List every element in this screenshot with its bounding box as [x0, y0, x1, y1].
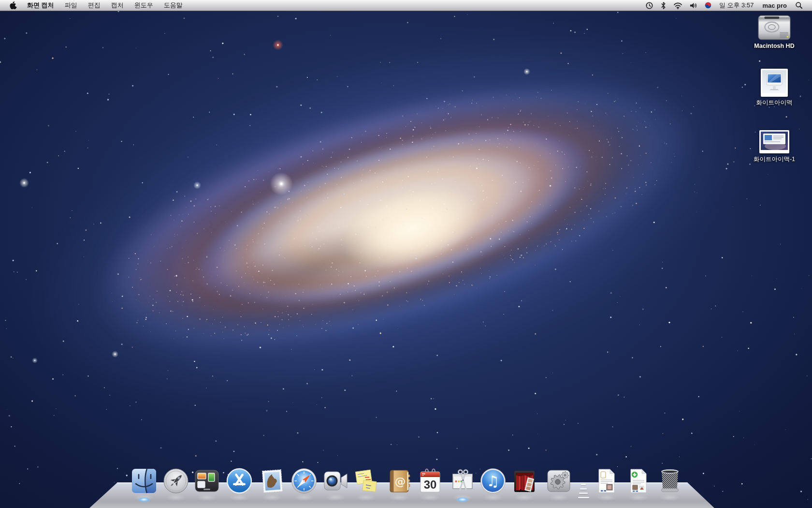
user-menu[interactable]: mac pro — [757, 2, 792, 9]
menu-file[interactable]: 파일 — [59, 0, 83, 11]
dock-item-address-book[interactable]: @ — [386, 468, 412, 494]
dock-item-mission-control[interactable] — [194, 468, 220, 494]
hard-drive-icon — [757, 15, 791, 41]
dock-item-system-preferences[interactable] — [546, 468, 572, 494]
dock-item-facetime[interactable] — [322, 468, 348, 494]
korean-flag-icon[interactable] — [701, 0, 715, 11]
desktop-icon-column: Macintosh HD화이트아이맥화이트아이맥-1 — [745, 15, 803, 187]
image-thumbnail-icon — [761, 69, 788, 97]
dock-item-ical[interactable]: 30 — [417, 468, 443, 494]
dock-item-document-1[interactable] — [594, 468, 620, 494]
svg-text:@: @ — [395, 475, 406, 488]
desktop: 화면 캡처 파일편집캡처윈도우도움말 일 오후 3:57 mac pro Mac… — [0, 0, 812, 508]
spotlight-search-icon[interactable] — [792, 0, 806, 11]
dock-separator — [576, 484, 591, 498]
desktop-icon-label: Macintosh HD — [754, 43, 794, 49]
dock-item-photo-booth[interactable] — [511, 468, 537, 494]
dock-item-app-store[interactable] — [226, 468, 252, 494]
svg-text:30: 30 — [424, 478, 437, 491]
apple-menu-icon[interactable] — [7, 1, 22, 10]
desktop-icon-macintosh-hd[interactable]: Macintosh HD — [754, 15, 794, 49]
desktop-icon-label: 화이트아이맥 — [756, 99, 793, 107]
dock-item-itunes[interactable]: ♫ — [480, 468, 506, 494]
volume-icon[interactable] — [686, 0, 701, 11]
dock-item-trash[interactable] — [657, 468, 683, 494]
wifi-icon[interactable] — [670, 0, 686, 11]
menu-edit[interactable]: 편집 — [83, 0, 106, 11]
menu-window[interactable]: 윈도우 — [129, 0, 159, 11]
dock-item-stickies[interactable] — [353, 468, 379, 494]
desktop-icon-white-imac-1[interactable]: 화이트아이맥-1 — [754, 130, 795, 164]
time-machine-icon[interactable] — [642, 0, 657, 11]
dock: @30♫ — [0, 0, 812, 508]
desktop-icon-label: 화이트아이맥-1 — [754, 155, 795, 164]
app-menu-title[interactable]: 화면 캡처 — [22, 1, 59, 10]
dock-item-finder[interactable] — [131, 468, 157, 494]
dock-item-safari[interactable] — [291, 468, 317, 494]
screenshot-thumbnail-icon — [759, 130, 789, 153]
dock-item-document-2[interactable] — [625, 468, 652, 494]
menu-bar: 화면 캡처 파일편집캡처윈도우도움말 일 오후 3:57 mac pro — [0, 0, 812, 11]
menu-clock[interactable]: 일 오후 3:57 — [715, 1, 758, 10]
menu-capture[interactable]: 캡처 — [106, 0, 129, 11]
desktop-icon-white-imac[interactable]: 화이트아이맥 — [756, 69, 793, 107]
bluetooth-icon[interactable] — [657, 0, 670, 11]
svg-text:♫: ♫ — [487, 473, 500, 490]
star-field — [0, 0, 812, 508]
dock-item-mail[interactable] — [259, 468, 285, 494]
dock-item-grab[interactable] — [450, 468, 476, 494]
dock-item-launchpad[interactable] — [163, 468, 189, 494]
menu-help[interactable]: 도움말 — [159, 0, 188, 11]
